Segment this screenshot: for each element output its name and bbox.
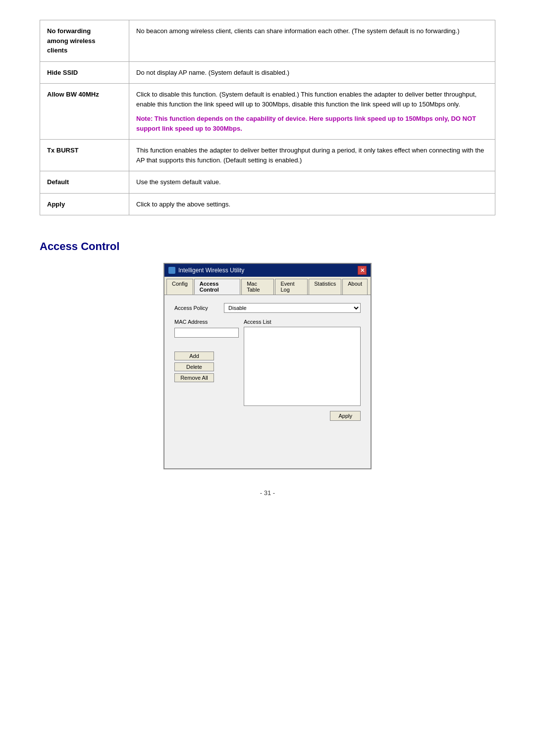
access-list-col: Access List — [244, 319, 361, 406]
table-row: Tx BURSTThis function enables the adapte… — [40, 140, 495, 171]
row-description: Click to disable this function. (System … — [129, 84, 495, 140]
close-button[interactable]: ✕ — [358, 266, 367, 275]
row-description: Do not display AP name. (System default … — [129, 61, 495, 84]
access-list-box[interactable] — [244, 327, 361, 406]
row-description: Click to apply the above settings. — [129, 193, 495, 215]
add-button[interactable]: Add — [174, 352, 214, 360]
table-row: ApplyClick to apply the above settings. — [40, 193, 495, 215]
mac-buttons: Add Delete Remove All — [174, 352, 214, 382]
remove-all-button[interactable]: Remove All — [174, 373, 214, 382]
row-note: Note: This function depends on the capab… — [136, 114, 488, 133]
access-policy-row: Access Policy Disable — [174, 303, 361, 313]
tab-event-log[interactable]: Event Log — [275, 279, 308, 295]
spacer — [174, 421, 361, 460]
access-list-label: Access List — [244, 319, 361, 325]
tab-config[interactable]: Config — [166, 279, 193, 295]
row-description: This function enables the adapter to del… — [129, 140, 495, 171]
utility-titlebar: Intelligent Wireless Utility ✕ — [164, 264, 371, 277]
row-label: Hide SSID — [40, 61, 129, 84]
row-description: Use the system default value. — [129, 171, 495, 194]
page-number: - 31 - — [40, 489, 495, 497]
tab-access-control[interactable]: Access Control — [194, 279, 240, 295]
section-title: Access Control — [40, 240, 495, 253]
window-title: Intelligent Wireless Utility — [178, 267, 244, 274]
apply-row: Apply — [174, 411, 361, 421]
delete-button[interactable]: Delete — [174, 362, 214, 371]
utility-window: Intelligent Wireless Utility ✕ Config Ac… — [163, 263, 372, 469]
table-row: Hide SSIDDo not display AP name. (System… — [40, 61, 495, 84]
row-label: Tx BURST — [40, 140, 129, 171]
tab-statistics[interactable]: Statistics — [309, 279, 341, 295]
titlebar-title: Intelligent Wireless Utility — [168, 267, 244, 274]
mac-address-row: MAC Address Add Delete Remove All Access… — [174, 319, 361, 406]
access-policy-select[interactable]: Disable — [224, 303, 361, 313]
mac-input-col: MAC Address Add Delete Remove All — [174, 319, 239, 382]
access-control-section: Access Control Intelligent Wireless Util… — [40, 240, 495, 469]
tab-bar: Config Access Control Mac Table Event Lo… — [164, 277, 371, 295]
table-row: DefaultUse the system default value. — [40, 171, 495, 194]
tab-mac-table[interactable]: Mac Table — [241, 279, 274, 295]
mac-address-input[interactable] — [174, 328, 239, 338]
row-label: Allow BW 40MHz — [40, 84, 129, 140]
row-label: Default — [40, 171, 129, 194]
mac-address-label: MAC Address — [174, 319, 219, 325]
info-table: No forwarding among wireless clientsNo b… — [40, 20, 495, 215]
apply-button[interactable]: Apply — [330, 411, 361, 421]
row-description: No beacon among wireless client, clients… — [129, 20, 495, 62]
access-policy-label: Access Policy — [174, 305, 219, 311]
app-icon — [168, 267, 175, 274]
utility-body: Access Policy Disable MAC Address Add De… — [164, 295, 371, 468]
row-label: Apply — [40, 193, 129, 215]
table-row: Allow BW 40MHzClick to disable this func… — [40, 84, 495, 140]
table-row: No forwarding among wireless clientsNo b… — [40, 20, 495, 62]
row-label: No forwarding among wireless clients — [40, 20, 129, 62]
tab-about[interactable]: About — [342, 279, 368, 295]
